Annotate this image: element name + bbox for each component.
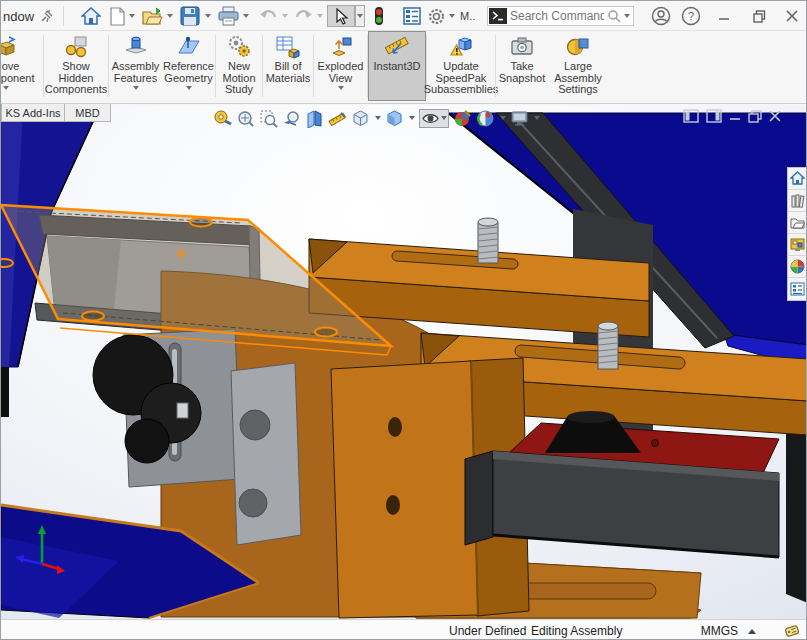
home-button[interactable] — [79, 5, 103, 27]
document-window-controls — [683, 109, 781, 123]
dropdown-caret-icon — [186, 86, 192, 90]
hide-show-items-button[interactable] — [419, 109, 449, 128]
options-dropdown[interactable] — [448, 5, 456, 27]
instant3d-icon — [384, 34, 410, 60]
view-orientation-dropdown[interactable] — [375, 116, 381, 120]
design-library-icon — [790, 193, 805, 208]
search-dropdown[interactable] — [624, 14, 630, 18]
print-button[interactable] — [216, 5, 240, 27]
open-button[interactable] — [140, 5, 164, 27]
zoom-to-fit-icon[interactable] — [236, 109, 255, 128]
unit-system-caret-icon — [748, 629, 756, 634]
open-dropdown[interactable] — [166, 5, 174, 27]
doc-pane-right-icon[interactable] — [706, 109, 722, 123]
apply-scene-dropdown[interactable] — [500, 116, 506, 120]
ribbon-button-show-hidden-components[interactable]: Show Hidden Components — [44, 31, 108, 101]
solidworks-window: ndow — [0, 0, 807, 640]
ribbon-button-label: Instant3D — [373, 61, 420, 73]
new-document-button[interactable] — [107, 5, 127, 27]
doc-pane-left-icon[interactable] — [683, 109, 699, 123]
part-black-edge-bar[interactable] — [1, 367, 9, 417]
taskpane-custom-properties-button[interactable] — [788, 278, 807, 300]
close-button[interactable] — [781, 5, 803, 27]
file-explorer-icon — [790, 216, 805, 229]
ribbon-button-take-snapshot[interactable]: Take Snapshot — [496, 31, 548, 101]
redo-icon — [294, 8, 313, 24]
help-icon: ? — [681, 6, 701, 26]
task-pane-tabs — [787, 167, 807, 301]
ribbon-button-bill-of-materials[interactable]: Bill of Materials — [263, 31, 313, 101]
status-light-icon[interactable] — [372, 5, 386, 27]
select-dropdown[interactable] — [355, 5, 365, 27]
menu-pin-icon[interactable] — [37, 5, 55, 27]
edit-appearance-icon[interactable] — [453, 109, 472, 128]
update-speedpak-icon — [448, 34, 474, 60]
ribbon-button-label: Bill of Materials — [263, 61, 313, 84]
unit-system-selector[interactable]: MMGS — [701, 624, 756, 638]
hide-show-items-dropdown[interactable] — [441, 116, 447, 120]
threaded-stud-2[interactable] — [598, 322, 618, 369]
take-snapshot-icon — [509, 34, 535, 60]
ribbon-button-instant3d[interactable]: Instant3D — [368, 31, 426, 101]
viewport-3d[interactable] — [1, 105, 807, 619]
taskpane-file-explorer-button[interactable] — [788, 212, 807, 234]
save-button[interactable] — [178, 5, 202, 27]
ribbon-button-label: Exploded View — [314, 61, 367, 84]
move-component-icon — [1, 34, 19, 60]
display-style-dropdown[interactable] — [409, 116, 415, 120]
overflow-label[interactable]: M.. — [460, 5, 475, 27]
zoom-to-area-icon[interactable] — [259, 109, 278, 128]
ribbon-button-label: Take Snapshot — [496, 61, 548, 84]
tags-button[interactable] — [784, 623, 800, 640]
measure-icon[interactable] — [213, 109, 232, 128]
print-dropdown[interactable] — [242, 5, 250, 27]
options-gear-button[interactable] — [426, 5, 446, 27]
tab-mbd[interactable]: MBD — [65, 104, 111, 122]
taskpane-home-button[interactable] — [788, 168, 807, 190]
minimize-button[interactable] — [713, 5, 735, 27]
ribbon-button-update-speedpak[interactable]: Update SpeedPak Subassemblies — [427, 31, 495, 101]
tab-solidworks-add-ins[interactable]: KS Add-Ins — [1, 104, 65, 122]
save-dropdown[interactable] — [204, 5, 212, 27]
search-input[interactable] — [507, 9, 607, 23]
ribbon-button-assembly-features[interactable]: Assembly Features — [109, 31, 162, 101]
undo-dropdown[interactable] — [281, 5, 289, 27]
part-notched-bracket[interactable] — [231, 363, 301, 545]
annotation-views-icon[interactable] — [328, 109, 347, 128]
previous-view-icon[interactable] — [282, 109, 301, 128]
account-button[interactable] — [650, 5, 672, 27]
restore-button[interactable] — [748, 5, 770, 27]
view-settings-icon[interactable] — [510, 110, 529, 127]
new-document-dropdown[interactable] — [128, 5, 136, 27]
apply-scene-icon[interactable] — [476, 109, 495, 128]
search-icon[interactable] — [607, 9, 621, 23]
task-pane-list-button[interactable] — [401, 5, 423, 27]
ribbon-button-reference-geometry[interactable]: Reference Geometry — [162, 31, 215, 101]
threaded-stud-1[interactable] — [478, 218, 498, 263]
home-icon — [81, 6, 101, 26]
exploded-view-icon — [328, 34, 354, 60]
redo-button[interactable] — [292, 5, 314, 27]
command-prompt-icon — [489, 8, 507, 24]
display-style-icon[interactable] — [385, 109, 404, 128]
doc-minimize-button[interactable] — [729, 110, 741, 122]
section-view-icon[interactable] — [305, 109, 324, 128]
redo-dropdown[interactable] — [316, 5, 324, 27]
undo-button[interactable] — [257, 5, 279, 27]
menu-item-window-partial[interactable]: ndow — [3, 5, 34, 27]
ribbon-button-move-component[interactable]: Move Component — [1, 31, 43, 101]
help-button[interactable]: ? — [680, 5, 702, 27]
doc-close-button[interactable] — [769, 110, 781, 122]
doc-restore-button[interactable] — [748, 110, 762, 123]
ribbon-button-label: Show Hidden Components — [44, 61, 108, 96]
view-orientation-icon[interactable] — [351, 109, 370, 128]
taskpane-design-library-button[interactable] — [788, 190, 807, 212]
ribbon-button-new-motion-study[interactable]: New Motion Study — [216, 31, 262, 101]
ribbon-button-exploded-view[interactable]: Exploded View — [314, 31, 367, 101]
ribbon-button-label: New Motion Study — [216, 61, 262, 96]
taskpane-view-palette-button[interactable] — [788, 234, 807, 256]
ribbon-button-large-assembly-settings[interactable]: Large Assembly Settings — [548, 31, 608, 101]
select-button[interactable] — [327, 5, 355, 27]
view-settings-dropdown[interactable] — [534, 116, 540, 120]
taskpane-appearances-button[interactable] — [788, 256, 807, 278]
